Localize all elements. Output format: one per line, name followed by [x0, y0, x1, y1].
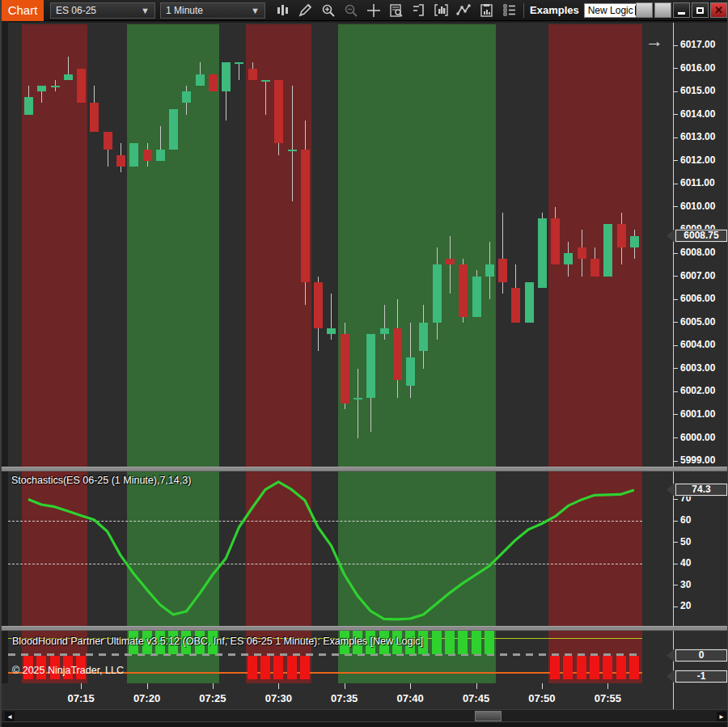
time-axis-label: 07:55	[591, 692, 624, 704]
price-axis-label: 6016.00	[680, 62, 715, 74]
pane-arrow-icon[interactable]: →	[645, 31, 663, 52]
stoch-axis-label: 40	[680, 557, 691, 568]
time-axis-label: 07:45	[460, 692, 493, 704]
minimize-button[interactable]	[673, 2, 690, 18]
candle-body	[485, 264, 494, 276]
panel-splitter[interactable]	[2, 467, 728, 471]
bh-signal-bar-short	[287, 656, 297, 679]
candle-body	[538, 218, 547, 288]
restore-button[interactable]	[692, 2, 709, 18]
time-axis-tick	[345, 683, 345, 689]
price-axis-tick	[673, 391, 678, 392]
bh-signal-bar-long	[472, 630, 481, 654]
close-button[interactable]: ✕	[710, 2, 727, 18]
price-axis-tick	[673, 137, 678, 138]
price-axis-label: 6003.00	[680, 362, 715, 374]
candle-body	[116, 155, 125, 167]
toolbar: Chart ES 06-25 ▼ 1 Minute ▼	[2, 0, 728, 21]
price-axis-label: 5999.00	[680, 454, 715, 466]
candle-body	[64, 74, 73, 80]
price-axis-label: 6005.00	[680, 316, 715, 328]
bh-zero-line	[8, 653, 642, 656]
candle-body	[472, 277, 481, 317]
strategies-icon[interactable]	[453, 1, 475, 20]
bh-signal-bar-long	[432, 630, 442, 654]
price-axis-label: 6017.00	[680, 39, 715, 50]
crosshair-icon[interactable]	[362, 1, 384, 20]
candle-body	[24, 97, 33, 114]
price-panel-bg	[8, 23, 642, 467]
candle-body	[564, 253, 573, 264]
candle-body	[327, 328, 336, 334]
candle-body	[498, 259, 507, 282]
bh-signal-bar-short	[629, 656, 639, 679]
bh-signal-bar-long	[458, 630, 468, 654]
stoch-axis-tick	[673, 564, 678, 564]
time-axis-label: 07:30	[262, 692, 294, 704]
candle-body	[603, 224, 612, 276]
candle-body	[617, 224, 626, 247]
chevron-down-icon: ▼	[251, 6, 260, 15]
candle-body	[222, 62, 231, 91]
bh-zero-marker: 0	[667, 649, 728, 662]
bh-minus1-marker: -1	[667, 670, 728, 683]
price-axis-tick	[673, 461, 678, 462]
instrument-dropdown[interactable]: ES 06-25 ▼	[50, 2, 155, 19]
stoch-axis-label: 50	[680, 536, 691, 547]
time-axis-tick	[213, 683, 214, 689]
workspace-button[interactable]	[636, 2, 653, 18]
time-axis-tick	[81, 683, 82, 689]
scroll-left-arrow[interactable]: ◄	[5, 712, 15, 721]
chart-window: Chart ES 06-25 ▼ 1 Minute ▼	[0, 0, 728, 727]
zoom-in-icon[interactable]	[317, 1, 339, 20]
bh-signal-bar-long	[485, 630, 494, 654]
drawing-tools-icon[interactable]	[294, 1, 316, 20]
bh-signal-bar-short	[273, 656, 283, 679]
time-axis-label: 07:40	[394, 692, 426, 704]
stoch-axis-tick	[673, 521, 678, 522]
time-scrollbar[interactable]: ◄ ►	[2, 709, 728, 722]
candle-body	[511, 288, 520, 323]
object-list-icon[interactable]	[498, 1, 520, 20]
interval-value: 1 Minute	[166, 5, 246, 16]
last-price-marker: 6008.75	[667, 229, 728, 243]
chart-tab[interactable]: Chart	[2, 0, 44, 21]
price-axis-label: 6000.00	[680, 432, 715, 443]
candle-body	[314, 282, 323, 328]
properties-icon[interactable]	[476, 1, 497, 20]
panel-splitter[interactable]	[2, 626, 728, 631]
interval-dropdown[interactable]: 1 Minute ▼	[160, 2, 265, 19]
candle-wick	[358, 369, 358, 438]
candle-body	[209, 74, 218, 91]
data-box-icon[interactable]	[385, 1, 407, 20]
bh-signal-bar-short	[616, 656, 626, 679]
stoch-axis-label: 20	[680, 600, 691, 611]
time-axis-tick	[147, 683, 148, 689]
bh-signal-bar-short	[260, 656, 270, 679]
restore-icon	[696, 7, 704, 14]
signal-band-short	[548, 24, 642, 467]
zoom-out-icon[interactable]	[340, 1, 362, 20]
bh-signal-bar-short	[550, 656, 560, 679]
bh-signal-bar-short	[603, 656, 612, 679]
stochastics-label: Stochastics(ES 06-25 (1 Minute),7,14,3)	[11, 475, 191, 486]
price-axis-tick	[673, 253, 678, 254]
candle-wick	[450, 236, 451, 294]
scroll-right-arrow[interactable]: ►	[717, 712, 726, 721]
indicators-icon[interactable]	[430, 1, 452, 20]
minimize-icon	[678, 12, 685, 15]
workspace-button[interactable]	[654, 2, 671, 18]
stoch-axis-tick	[673, 585, 678, 585]
candle-body	[90, 103, 99, 132]
price-axis-label: 6015.00	[680, 85, 715, 96]
chart-trader-icon[interactable]	[408, 1, 430, 20]
candle-body	[590, 259, 599, 276]
scrollbar-thumb[interactable]	[475, 711, 502, 721]
candle-body	[630, 236, 639, 247]
time-axis-tick	[410, 683, 411, 689]
candle-body	[37, 86, 46, 91]
chart-style-icon[interactable]	[272, 1, 294, 20]
candle-body	[196, 74, 205, 86]
price-axis-tick	[673, 160, 678, 161]
bh-signal-bar-short	[590, 656, 599, 679]
